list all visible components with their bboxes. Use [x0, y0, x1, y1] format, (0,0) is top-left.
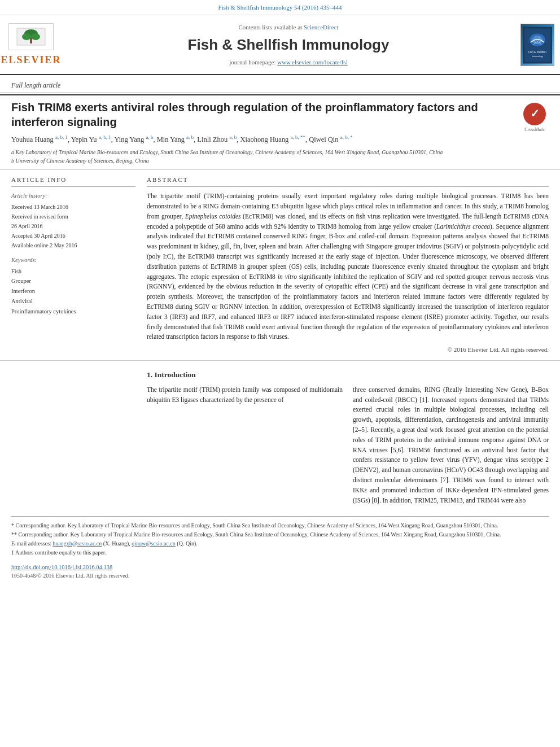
elsevier-logo: ELSEVIER — [1, 23, 61, 67]
svg-point-3 — [31, 33, 40, 40]
article-title-block: Fish TRIM8 exerts antiviral roles throug… — [11, 100, 515, 165]
species-name-italic: Epinephelus coioides — [185, 213, 241, 220]
keyword-interferon: Interferon — [11, 286, 135, 296]
body-right-column: 1. Introduction The tripartite motif (TR… — [147, 369, 549, 510]
body-left-column — [11, 369, 135, 510]
abstract-column: ABSTRACT The tripartite motif (TRIM)-con… — [147, 176, 549, 355]
journal-citation-text: Fish & Shellfish Immunology 54 (2016) 43… — [218, 4, 342, 11]
svg-text:✓: ✓ — [530, 107, 540, 120]
homepage-link[interactable]: www.elsevier.com/locate/fsi — [277, 59, 348, 65]
revised-date: 26 April 2016 — [11, 221, 135, 231]
article-authors: Youhua Huang a, b, 1, Yepin Yu a, b, 1, … — [11, 134, 515, 145]
intro-paragraph-1: The tripartite motif (TRIM) protein fami… — [147, 385, 549, 506]
elsevier-tree-logo — [8, 23, 54, 50]
email-link-1[interactable]: huangxh@scsio.ac.cn — [53, 540, 102, 547]
introduction-heading: 1. Introduction — [147, 369, 549, 381]
crossmark-icon: ✓ — [523, 103, 546, 125]
keywords-section: Keywords: Fish Grouper Interferon Antivi… — [11, 256, 135, 316]
journal-homepage: journal homepage: www.elsevier.com/locat… — [68, 58, 509, 67]
sciencedirect-line: Contents lists available at ScienceDirec… — [68, 23, 509, 32]
affiliations: a Key Laboratory of Tropical Marine Bio-… — [11, 148, 515, 165]
svg-text:Immunology: Immunology — [532, 55, 543, 58]
doi-link[interactable]: http://dx.doi.org/10.1016/j.fsi.2016.04.… — [11, 564, 112, 570]
email-link-2[interactable]: qinqw@scsio.ac.cn — [132, 540, 176, 547]
sciencedirect-link[interactable]: ScienceDirect — [304, 24, 339, 30]
accepted-date: Accepted 30 April 2016 — [11, 231, 135, 241]
crossmark-badge: ✓ CrossMark — [520, 100, 549, 133]
svg-text:Fish & Shellfish: Fish & Shellfish — [528, 51, 546, 54]
journal-title: Fish & Shellfish Immunology — [68, 34, 509, 56]
in-vitro-italic: in vitro — [278, 273, 297, 280]
abstract-heading: ABSTRACT — [147, 176, 549, 187]
journal-header: ELSEVIER Contents lists available at Sci… — [0, 15, 560, 75]
article-info-column: ARTICLE INFO Article history: Received 1… — [11, 176, 135, 355]
footnote-equal-contrib: 1 Authors contribute equally to this pap… — [11, 548, 549, 557]
issn-line: 1050-4648/© 2016 Elsevier Ltd. All right… — [11, 572, 549, 580]
keyword-antiviral: Antiviral — [11, 296, 135, 307]
elsevier-wordmark: ELSEVIER — [1, 53, 61, 67]
footnote-emails: E-mail addresses: huangxh@scsio.ac.cn (X… — [11, 539, 549, 548]
abstract-text: The tripartite motif (TRIM)-containing p… — [147, 191, 549, 342]
article-header: Fish TRIM8 exerts antiviral roles throug… — [0, 95, 560, 170]
article-title: Fish TRIM8 exerts antiviral roles throug… — [11, 100, 515, 129]
available-online: Available online 2 May 2016 — [11, 241, 135, 250]
footnote-star: * Corresponding author. Key Laboratory o… — [11, 521, 549, 530]
article-dates: Received 13 March 2016 Received in revis… — [11, 202, 135, 250]
keyword-grouper: Grouper — [11, 276, 135, 286]
crossmark-label: CrossMark — [524, 126, 545, 133]
article-history-label: Article history: — [11, 191, 135, 200]
species-name2-italic: Larimichthys crocea — [436, 223, 490, 230]
keywords-list: Fish Grouper Interferon Antiviral Proinf… — [11, 267, 135, 317]
doi-section: http://dx.doi.org/10.1016/j.fsi.2016.04.… — [0, 557, 560, 583]
body-section: 1. Introduction The tripartite motif (TR… — [0, 361, 560, 516]
article-info-heading: ARTICLE INFO — [11, 176, 135, 187]
svg-rect-4 — [30, 38, 32, 43]
affiliation-a: a Key Laboratory of Tropical Marine Bio-… — [11, 148, 515, 156]
footnote-double-star: ** Corresponding author. Key Laboratory … — [11, 530, 549, 539]
abstract-copyright: © 2016 Elsevier Ltd. All rights reserved… — [147, 346, 549, 355]
affiliation-b: b University of Chinese Academy of Scien… — [11, 156, 515, 165]
received-revised-label: Received in revised form — [11, 212, 135, 221]
keywords-label: Keywords: — [11, 256, 135, 264]
svg-point-2 — [22, 33, 31, 40]
info-abstract-section: ARTICLE INFO Article history: Received 1… — [0, 170, 560, 361]
intro-right-sub-col: three conserved domains, RING (Really In… — [353, 385, 549, 506]
intro-left-sub-col: The tripartite motif (TRIM) protein fami… — [147, 385, 343, 506]
journal-thumbnail: Fish & Shellfish Immunology — [515, 21, 560, 69]
article-type-label: Full length article — [0, 75, 560, 93]
keyword-fish: Fish — [11, 267, 135, 277]
keyword-proinflammatory: Proinflammatory cytokines — [11, 307, 135, 317]
journal-citation-bar: Fish & Shellfish Immunology 54 (2016) 43… — [0, 0, 560, 15]
elsevier-logo-area: ELSEVIER — [0, 21, 62, 69]
received-date: Received 13 March 2016 — [11, 202, 135, 212]
journal-cover-image: Fish & Shellfish Immunology — [520, 24, 554, 66]
journal-info-center: Contents lists available at ScienceDirec… — [62, 21, 515, 69]
footnotes-section: * Corresponding author. Key Laboratory o… — [11, 516, 549, 557]
